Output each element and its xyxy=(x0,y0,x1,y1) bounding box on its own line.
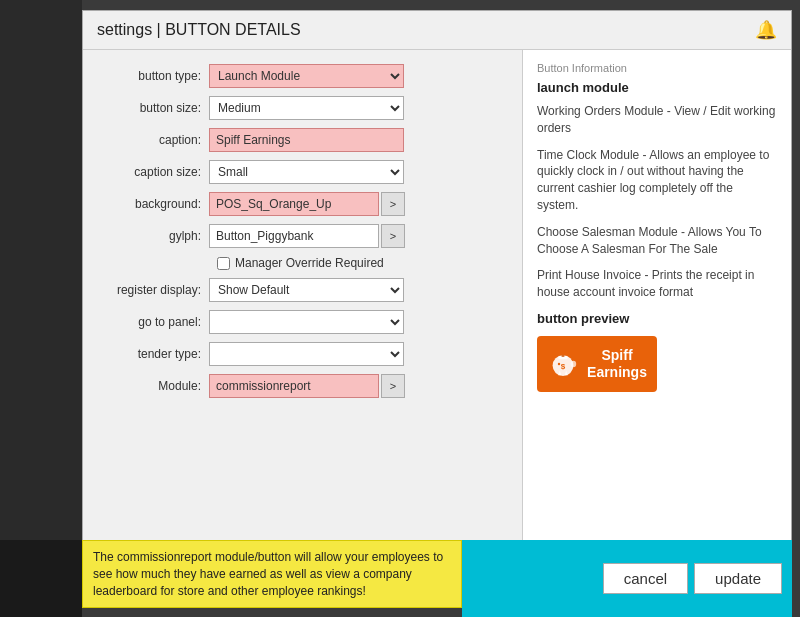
preview-button[interactable]: $ Spiff Earnings xyxy=(537,336,657,392)
caption-size-control: Small xyxy=(209,160,506,184)
info-module-title: launch module xyxy=(537,80,777,95)
piggybank-icon: $ xyxy=(547,348,579,380)
info-section-title: Button Information xyxy=(537,62,777,74)
caption-label: caption: xyxy=(99,133,209,147)
info-item-0: Working Orders Module - View / Edit work… xyxy=(537,103,777,137)
register-display-label: register display: xyxy=(99,283,209,297)
dark-bottom-strip xyxy=(0,540,82,617)
register-display-select[interactable]: Show Default xyxy=(209,278,404,302)
glyph-row: gylph: Button_Piggybank > xyxy=(99,224,506,248)
go-to-panel-label: go to panel: xyxy=(99,315,209,329)
go-to-panel-select[interactable] xyxy=(209,310,404,334)
caption-control: Spiff Earnings xyxy=(209,128,506,152)
button-size-control: Medium xyxy=(209,96,506,120)
bottom-area: The commissionreport module/button will … xyxy=(82,540,792,617)
button-size-row: button size: Medium xyxy=(99,96,506,120)
dialog-body: button type: Launch Module button size: … xyxy=(83,50,791,549)
button-size-select[interactable]: Medium xyxy=(209,96,404,120)
tender-type-row: tender type: xyxy=(99,342,506,366)
caption-size-label: caption size: xyxy=(99,165,209,179)
button-type-label: button type: xyxy=(99,69,209,83)
glyph-label: gylph: xyxy=(99,229,209,243)
module-row: Module: commissionreport > xyxy=(99,374,506,398)
background-row: background: POS_Sq_Orange_Up > xyxy=(99,192,506,216)
manager-override-row: Manager Override Required xyxy=(99,256,506,270)
svg-point-3 xyxy=(558,363,560,365)
info-item-2: Choose Salesman Module - Allows You To C… xyxy=(537,224,777,258)
settings-dialog: settings | BUTTON DETAILS 🔔 button type:… xyxy=(82,10,792,550)
tooltip-text: The commissionreport module/button will … xyxy=(93,550,443,598)
glyph-control: Button_Piggybank > xyxy=(209,224,506,248)
background-input[interactable]: POS_Sq_Orange_Up xyxy=(209,192,379,216)
svg-text:$: $ xyxy=(561,362,566,371)
button-type-control: Launch Module xyxy=(209,64,506,88)
caption-row: caption: Spiff Earnings xyxy=(99,128,506,152)
button-type-select[interactable]: Launch Module xyxy=(209,64,404,88)
go-to-panel-control xyxy=(209,310,506,334)
cyan-strip: cancel update xyxy=(462,540,792,617)
info-item-1: Time Clock Module - Allows an employee t… xyxy=(537,147,777,214)
dialog-title: settings | BUTTON DETAILS xyxy=(97,21,301,39)
glyph-browse-button[interactable]: > xyxy=(381,224,405,248)
button-size-label: button size: xyxy=(99,101,209,115)
cancel-button[interactable]: cancel xyxy=(603,563,688,594)
yellow-tooltip: The commissionreport module/button will … xyxy=(82,540,462,608)
module-control: commissionreport > xyxy=(209,374,506,398)
button-type-row: button type: Launch Module xyxy=(99,64,506,88)
info-panel: Button Information launch module Working… xyxy=(523,50,791,549)
update-button[interactable]: update xyxy=(694,563,782,594)
caption-size-select[interactable]: Small xyxy=(209,160,404,184)
module-label: Module: xyxy=(99,379,209,393)
tender-type-select[interactable] xyxy=(209,342,404,366)
preview-button-label: Spiff Earnings xyxy=(587,347,647,381)
glyph-input[interactable]: Button_Piggybank xyxy=(209,224,379,248)
info-item-3: Print House Invoice - Prints the receipt… xyxy=(537,267,777,301)
dialog-title-bar: settings | BUTTON DETAILS 🔔 xyxy=(83,11,791,50)
form-panel: button type: Launch Module button size: … xyxy=(83,50,523,549)
tender-type-control xyxy=(209,342,506,366)
bell-icon[interactable]: 🔔 xyxy=(755,19,777,41)
background-control: POS_Sq_Orange_Up > xyxy=(209,192,506,216)
register-display-row: register display: Show Default xyxy=(99,278,506,302)
svg-point-1 xyxy=(571,361,577,367)
left-sidebar xyxy=(0,0,82,617)
manager-override-checkbox[interactable] xyxy=(217,257,230,270)
svg-rect-4 xyxy=(561,355,564,357)
background-label: background: xyxy=(99,197,209,211)
module-browse-button[interactable]: > xyxy=(381,374,405,398)
manager-override-label: Manager Override Required xyxy=(235,256,384,270)
tender-type-label: tender type: xyxy=(99,347,209,361)
caption-size-row: caption size: Small xyxy=(99,160,506,184)
button-preview-title: button preview xyxy=(537,311,777,326)
register-display-control: Show Default xyxy=(209,278,506,302)
module-input[interactable]: commissionreport xyxy=(209,374,379,398)
go-to-panel-row: go to panel: xyxy=(99,310,506,334)
caption-input[interactable]: Spiff Earnings xyxy=(209,128,404,152)
background-browse-button[interactable]: > xyxy=(381,192,405,216)
